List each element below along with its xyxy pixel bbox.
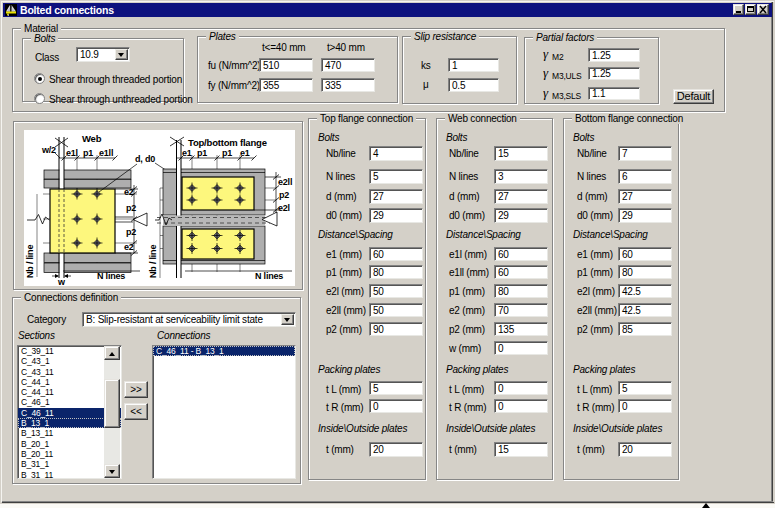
- svg-text:e2: e2: [124, 242, 134, 252]
- svg-text:p2: p2: [279, 190, 289, 200]
- svg-text:p2: p2: [126, 203, 136, 213]
- svg-text:e1: e1: [240, 148, 250, 158]
- svg-text:Top/bottom flange: Top/bottom flange: [188, 137, 267, 148]
- svg-text:p1: p1: [222, 148, 232, 158]
- svg-text:p2: p2: [126, 227, 136, 237]
- svg-text:e1ll: e1ll: [99, 148, 113, 158]
- svg-text:Web: Web: [82, 133, 102, 144]
- svg-text:e1l: e1l: [66, 148, 78, 158]
- svg-text:N lines: N lines: [255, 271, 283, 281]
- svg-text:Nb / line: Nb / line: [148, 245, 158, 278]
- svg-text:e2l: e2l: [278, 203, 290, 213]
- svg-text:Nb / line: Nb / line: [25, 245, 35, 278]
- svg-text:e2: e2: [124, 187, 134, 197]
- svg-text:N lines: N lines: [97, 271, 125, 281]
- svg-text:w/2: w/2: [41, 145, 56, 155]
- svg-text:e1: e1: [182, 148, 192, 158]
- svg-text:p1: p1: [83, 148, 93, 158]
- svg-text:e2ll: e2ll: [278, 177, 292, 187]
- svg-text:d, d0: d, d0: [135, 154, 155, 164]
- svg-text:p1: p1: [197, 148, 207, 158]
- svg-text:w: w: [57, 277, 66, 286]
